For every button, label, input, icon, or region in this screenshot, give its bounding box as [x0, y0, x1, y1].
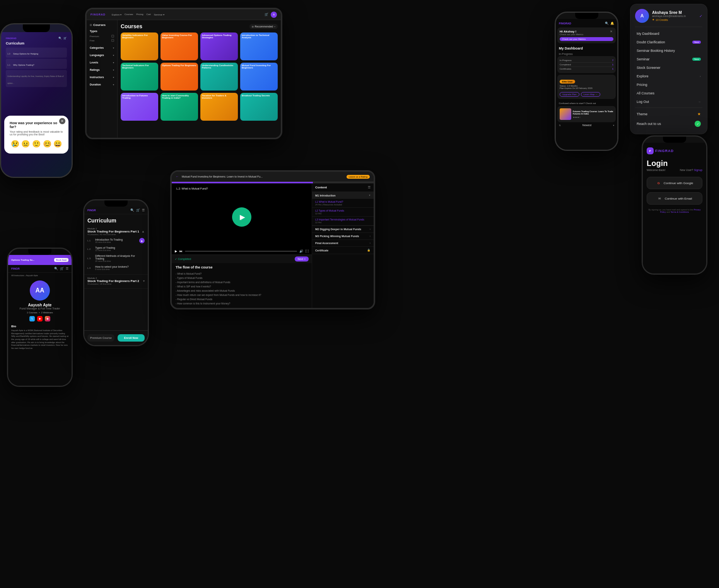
menu-item-all-courses[interactable]: All Courses	[635, 89, 702, 97]
course-card-5[interactable]: Technical Indicators For Beginners	[121, 63, 158, 91]
module-m3-row[interactable]: M3 Picking Winning Mutual Funds ›	[312, 233, 374, 239]
close-hi-icon[interactable]: ✕	[610, 30, 613, 33]
lesson-3: L 3 Different Methods of Analysis For Tr…	[87, 253, 145, 264]
course-card-12[interactable]: Breakout Trading Secrets	[240, 93, 278, 121]
course-card-4[interactable]: Introduction to Technical Analysis	[240, 32, 278, 60]
cart-icon-topleft[interactable]: 🛒	[63, 37, 67, 40]
emoji-3[interactable]: 🙂	[32, 140, 41, 148]
course-card-8[interactable]: Mutual Fund Investing For Beginners	[240, 63, 278, 91]
module-m1-row[interactable]: M1 Introduction ▾	[312, 192, 374, 199]
instagram-icon[interactable]: ◉	[45, 316, 50, 321]
course-card-1[interactable]: Volatility Indicators For Beginners	[121, 32, 158, 60]
certificate-chevron-icon: 🔒	[367, 249, 371, 252]
course-card-11[interactable]: Taxation for Traders & Investors	[200, 93, 238, 121]
lesson-l1[interactable]: L1 What is Mutual Fund? 24 Hrs | Resourc…	[312, 199, 374, 208]
video-center-play[interactable]: ▶	[232, 207, 251, 227]
emoji-2[interactable]: 😐	[21, 140, 30, 148]
menu-item-explore[interactable]: Explore ›	[635, 72, 702, 80]
courses-main: Courses ⊞ Recommended ▾ Volatility Indic…	[118, 20, 281, 138]
terms-link[interactable]: Terms & Conditions	[671, 211, 689, 213]
fullscreen-icon[interactable]: ⛶	[306, 250, 309, 253]
premium-course-btn[interactable]: Premium Course	[87, 334, 114, 342]
menu-icon-curriculum[interactable]: ☰	[142, 209, 145, 212]
nav-pricing[interactable]: Pricing	[136, 13, 143, 16]
nav-explore[interactable]: Explore ▾	[112, 13, 121, 16]
module-assessment-row[interactable]: Final Assessment ›	[312, 240, 374, 246]
menu-item-doubt[interactable]: Doubt Clarification New	[635, 38, 702, 46]
twitter-icon[interactable]: 𝕏	[29, 316, 35, 321]
metrics-btn[interactable]: Check out your Metrics	[560, 37, 613, 41]
theme-row[interactable]: Theme ★	[635, 109, 702, 118]
nav-cart[interactable]: Cart	[147, 13, 151, 16]
categories-toggle[interactable]: Categories▾	[90, 46, 114, 50]
enroll-now-btn[interactable]: Enroll Now	[118, 334, 145, 342]
module-2-header[interactable]: Module 2 Stock Trading For Beginners Par…	[87, 277, 145, 285]
cart-icon[interactable]: 🛒	[265, 13, 268, 16]
search-icon-instructor[interactable]: 🔍	[54, 267, 58, 270]
module-m2-row[interactable]: M2 Digging Deeper in Mutual Funds ›	[312, 226, 374, 232]
volume-icon[interactable]: 🔊	[299, 250, 303, 253]
instructor-stats: 1 Courses • 2 Webinars	[8, 311, 72, 314]
levels-toggle[interactable]: Levels▾	[90, 60, 114, 65]
search-icon-curriculum[interactable]: 🔍	[130, 209, 134, 212]
reach-row[interactable]: Reach out to us ✓	[635, 118, 702, 129]
nav-seminar[interactable]: Seminar ▾	[154, 13, 164, 16]
book-seat-btn[interactable]: Book Seat	[54, 258, 68, 262]
flow-item-4: - What is SIP and how it works?	[176, 284, 308, 289]
email-oauth-btn[interactable]: ✉ Continue with Email	[647, 192, 702, 205]
flow-item-7: - Regular vs Direct Mutual Funds	[176, 297, 308, 301]
emoji-1[interactable]: 😢	[11, 140, 19, 148]
signup-link[interactable]: Signup	[694, 169, 702, 171]
next-btn[interactable]: Next >	[295, 256, 309, 262]
back-btn[interactable]: ←	[176, 175, 179, 178]
close-modal-btn[interactable]: ✕	[59, 118, 65, 124]
cart-icon-instructor[interactable]: 🛒	[60, 267, 64, 270]
instructor-logo-bar: FINGR 🔍 🛒 ☰	[8, 265, 72, 273]
user-avatar[interactable]: A	[271, 12, 277, 18]
cart-icon-curriculum[interactable]: 🛒	[136, 209, 140, 212]
module-1-header[interactable]: Module 1 Stock Trading For Beginners Par…	[87, 227, 145, 236]
menu-item-pricing[interactable]: Pricing	[635, 80, 702, 89]
upgrade-plan-btn[interactable]: Upgrade Plan	[560, 92, 579, 97]
search-icon[interactable]: 🔍	[605, 22, 609, 25]
rating-btn[interactable]: Leave us a Rating	[347, 175, 370, 179]
menu-item-seminar-history[interactable]: Seminar Booking History	[635, 46, 702, 55]
course-card-6[interactable]: Options Trading For Beginners	[161, 63, 198, 91]
course-detail-screen: ← Mutual Fund Investing for Beginners: L…	[172, 172, 374, 308]
duration-toggle[interactable]: Duration▾	[90, 82, 114, 87]
ratings-toggle[interactable]: Ratings▾	[90, 68, 114, 72]
nav-courses[interactable]: Courses	[125, 13, 133, 16]
youtube-icon[interactable]: ▶	[37, 316, 43, 321]
play-ctrl-icon[interactable]: ▶	[175, 250, 177, 253]
lesson-l2[interactable]: L2 Types of Mutual Funds 12 Hrs	[312, 208, 374, 217]
course-card-3[interactable]: Advanced Options Trading Strategies	[200, 32, 238, 60]
menu-item-seminar[interactable]: Seminar New	[635, 55, 702, 63]
course-card-9[interactable]: Introduction to Futures Trading	[121, 93, 158, 121]
menu-icon-instructor[interactable]: ☰	[66, 267, 68, 270]
skip-icon[interactable]: ⏭	[179, 250, 183, 253]
menu-item-dashboard[interactable]: My Dashboard	[635, 29, 702, 38]
course-card-7[interactable]: Understanding Candlesticks Patterns	[200, 63, 238, 91]
course-mini[interactable]: Futures Trading Course: Learn To Trade F…	[557, 106, 616, 122]
languages-toggle[interactable]: Languages▾	[90, 53, 114, 57]
emoji-5[interactable]: 😄	[53, 140, 62, 148]
lesson-play-btn[interactable]: ▶	[139, 238, 145, 243]
instructors-toggle[interactable]: Instructors▾	[90, 75, 114, 79]
lesson-l3[interactable]: L3 Important Terminologies of Mutual Fun…	[312, 217, 374, 226]
menu-item-stock-screener[interactable]: Stock Screener	[635, 63, 702, 72]
sidebar-categories: Categories▾	[90, 46, 114, 50]
bell-icon[interactable]: 🔔	[610, 22, 614, 25]
sidebar-instructors: Instructors▾	[90, 75, 114, 79]
course-card-10[interactable]: How to start Commodity Trading in India?	[161, 93, 198, 121]
video-progress-bar[interactable]	[185, 251, 297, 252]
search-icon-topleft[interactable]: 🔍	[58, 37, 62, 40]
content-menu-icon[interactable]: ☰	[368, 186, 371, 189]
course-card-2[interactable]: Value Investing Course For Beginners	[161, 32, 198, 60]
learn-map-btn[interactable]: Learn Map →	[581, 92, 600, 97]
menu-item-logout[interactable]: Log Out →	[635, 97, 702, 106]
emoji-4[interactable]: 😊	[43, 140, 51, 148]
filter-header: ⊞ Courses	[90, 23, 114, 27]
google-oauth-btn[interactable]: G Continue with Google	[647, 177, 702, 189]
module-certificate-row[interactable]: Certificate 🔒	[312, 247, 374, 254]
recommended-btn[interactable]: ⊞ Recommended ▾	[249, 24, 278, 29]
